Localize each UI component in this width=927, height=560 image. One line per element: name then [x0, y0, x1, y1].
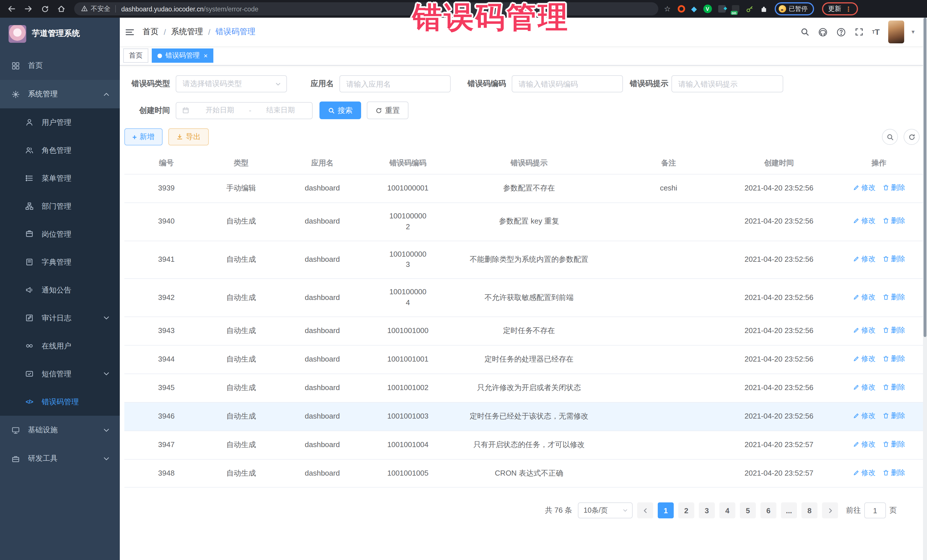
edit-link[interactable]: 修改	[853, 254, 876, 264]
delete-link[interactable]: 删除	[883, 216, 905, 226]
tag-1[interactable]: 错误码管理×	[152, 49, 213, 63]
security-status[interactable]: 不安全	[81, 5, 110, 13]
page-button-2[interactable]: 2	[678, 503, 694, 519]
on-badge-extension-icon[interactable]: on	[732, 5, 739, 12]
end-date-placeholder[interactable]: 结束日期	[255, 106, 306, 115]
cell-type: 手动编辑	[208, 174, 274, 203]
fullscreen-icon[interactable]	[854, 27, 863, 36]
green-check-extension-icon[interactable]: V	[703, 5, 712, 13]
edit-link[interactable]: 修改	[853, 439, 876, 449]
blue-gem-extension-icon[interactable]: ◆	[691, 5, 697, 13]
delete-link[interactable]: 删除	[883, 410, 905, 420]
back-icon[interactable]	[6, 3, 18, 15]
github-icon[interactable]	[818, 27, 827, 37]
hamburger-icon[interactable]	[125, 27, 135, 37]
delete-link[interactable]: 删除	[883, 354, 905, 364]
tag-label: 首页	[129, 51, 143, 61]
cell-id: 3939	[125, 174, 208, 203]
sidebar-item-11[interactable]: 短信管理	[0, 360, 120, 388]
window-scrollbar[interactable]	[923, 18, 927, 560]
cell-code: 1001001001	[371, 345, 445, 374]
search-button[interactable]: 搜索	[319, 102, 361, 119]
reset-button[interactable]: 重置	[367, 102, 409, 119]
breadcrumb-home[interactable]: 首页	[143, 27, 159, 37]
delete-link[interactable]: 删除	[883, 254, 905, 264]
forward-icon[interactable]	[22, 3, 34, 15]
sidebar-item-1[interactable]: 系统管理	[0, 80, 120, 108]
page-button-4[interactable]: 4	[719, 503, 736, 519]
add-button[interactable]: + 新增	[125, 128, 162, 146]
reload-icon[interactable]	[39, 3, 51, 15]
browser-update-button[interactable]: 更新 ⋮	[822, 2, 858, 15]
sidebar-item-13[interactable]: 基础设施	[0, 416, 120, 444]
create-time-range-picker[interactable]: 开始日期 - 结束日期	[176, 102, 313, 119]
delete-link[interactable]: 删除	[883, 292, 905, 302]
page-button-6[interactable]: 6	[760, 503, 777, 519]
caret-down-icon[interactable]: ▼	[910, 29, 916, 35]
sidebar-item-14[interactable]: 研发工具	[0, 444, 120, 473]
app-name-input[interactable]	[339, 75, 451, 93]
toggle-search-button[interactable]	[882, 129, 898, 145]
close-icon[interactable]: ×	[204, 52, 208, 59]
breadcrumb-system[interactable]: 系统管理	[171, 27, 203, 37]
edit-link[interactable]: 修改	[853, 292, 876, 302]
sidebar-item-2[interactable]: 用户管理	[0, 108, 120, 136]
edit-link[interactable]: 修改	[853, 216, 876, 226]
next-page-button[interactable]	[822, 503, 838, 519]
edit-link[interactable]: 修改	[853, 382, 876, 392]
page-button-1[interactable]: 1	[658, 503, 674, 519]
table-row: 3941自动生成dashboard1001000003不能删除类型为系统内置的参…	[125, 241, 924, 279]
orange-ring-extension-icon[interactable]	[678, 5, 685, 12]
edit-link[interactable]: 修改	[853, 410, 876, 420]
sidebar-item-5[interactable]: 部门管理	[0, 192, 120, 220]
kebab-menu-icon[interactable]: ⋮	[845, 5, 852, 13]
refresh-table-button[interactable]	[904, 129, 919, 145]
delete-link[interactable]: 删除	[883, 182, 905, 193]
goto-page-input[interactable]	[864, 503, 886, 519]
delete-link[interactable]: 删除	[883, 382, 905, 392]
tag-0[interactable]: 首页	[123, 49, 148, 63]
page-button-5[interactable]: 5	[740, 503, 756, 519]
sidebar-item-0[interactable]: 首页	[0, 51, 120, 80]
green-key-extension-icon[interactable]	[745, 5, 753, 13]
start-date-placeholder[interactable]: 开始日期	[194, 106, 246, 115]
home-icon[interactable]	[55, 3, 67, 15]
page-size-select[interactable]: 10条/页	[578, 503, 633, 519]
url-text[interactable]: dashboard.yudao.iocoder.cn/system/error-…	[121, 5, 258, 12]
trash-icon	[883, 255, 889, 262]
grid-cyan-extension-icon[interactable]: ◆	[718, 5, 725, 12]
sidebar-logo[interactable]: 芋道管理系统	[0, 18, 120, 50]
edit-link[interactable]: 修改	[853, 467, 876, 478]
sidebar-item-3[interactable]: 角色管理	[0, 136, 120, 164]
sidebar-item-4[interactable]: 菜单管理	[0, 164, 120, 192]
sidebar-item-9[interactable]: 审计日志	[0, 304, 120, 332]
edit-link[interactable]: 修改	[853, 325, 876, 335]
recorder-paused-badge[interactable]: 已暂停	[774, 2, 814, 15]
font-size-icon[interactable]: TT	[872, 27, 880, 36]
delete-link[interactable]: 删除	[883, 325, 905, 335]
bookmark-star-icon[interactable]: ☆	[664, 5, 670, 13]
page-button-3[interactable]: 3	[699, 503, 715, 519]
sidebar-item-7[interactable]: 字典管理	[0, 248, 120, 276]
book-icon	[24, 258, 34, 266]
edit-link[interactable]: 修改	[853, 354, 876, 364]
help-icon[interactable]	[836, 27, 846, 37]
page-ellipsis[interactable]: ...	[781, 503, 797, 519]
export-button[interactable]: 导出	[168, 128, 208, 146]
error-code-type-select[interactable]: 请选择错误码类型	[176, 75, 287, 93]
avatar[interactable]	[888, 21, 904, 43]
edit-link[interactable]: 修改	[853, 182, 876, 193]
error-code-input[interactable]	[512, 75, 623, 93]
page-button-8[interactable]: 8	[801, 503, 818, 519]
prev-page-button[interactable]	[637, 503, 653, 519]
header-search-icon[interactable]	[800, 27, 809, 36]
sidebar-item-10[interactable]: 在线用户	[0, 332, 120, 360]
puzzle-extension-icon[interactable]	[760, 5, 767, 13]
delete-link[interactable]: 删除	[883, 439, 905, 449]
sidebar-item-6[interactable]: 岗位管理	[0, 220, 120, 248]
delete-link[interactable]: 删除	[883, 467, 905, 478]
address-bar[interactable]: 不安全 dashboard.yudao.iocoder.cn/system/er…	[74, 2, 658, 15]
sidebar-item-8[interactable]: 通知公告	[0, 276, 120, 304]
error-msg-input[interactable]	[672, 75, 783, 93]
sidebar-item-12[interactable]: </>错误码管理	[0, 388, 120, 416]
